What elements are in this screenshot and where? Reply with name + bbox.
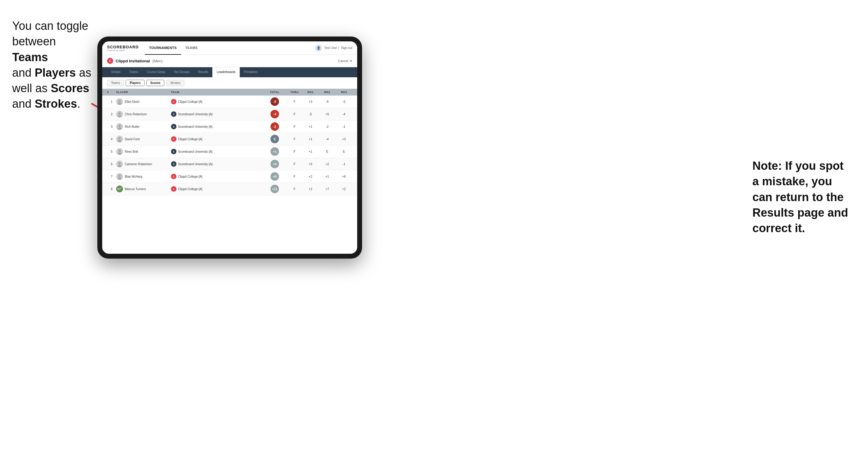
row-team: S Scoreboard University [A] xyxy=(171,149,262,154)
row-rd1: +3 xyxy=(302,100,319,103)
row-rank: 6 xyxy=(107,162,116,166)
tab-details[interactable]: Details xyxy=(107,67,125,77)
col-total: TOTAL xyxy=(262,91,287,94)
svg-text:MT: MT xyxy=(118,187,122,191)
row-total: -4 xyxy=(262,110,287,118)
row-rank: 5 xyxy=(107,150,116,153)
row-team: S Scoreboard University [A] xyxy=(171,124,262,129)
row-rd3: +3 xyxy=(336,137,352,141)
cancel-label: Cancel xyxy=(338,59,348,63)
scoreboard-logo: SCOREBOARD Powered by clippd xyxy=(107,45,139,52)
row-total: +9 xyxy=(262,172,287,181)
tab-teams[interactable]: Teams xyxy=(125,67,143,77)
row-thru: F xyxy=(287,187,302,191)
row-rd2: -6 xyxy=(319,100,336,103)
tab-results[interactable]: Results xyxy=(194,67,212,77)
row-rank: 2 xyxy=(107,113,116,116)
svg-point-2 xyxy=(118,100,121,102)
toggle-teams-button[interactable]: Teams xyxy=(107,80,124,86)
sign-out-link[interactable]: Sign out xyxy=(341,46,352,50)
svg-point-8 xyxy=(118,125,121,127)
svg-point-6 xyxy=(118,115,122,118)
col-rd2: RD2 xyxy=(319,91,336,94)
toggle-strokes-button[interactable]: Strokes xyxy=(166,80,184,86)
col-player: PLAYER xyxy=(116,91,171,94)
toggle-scores-button[interactable]: Scores xyxy=(146,80,164,86)
row-rd1: +5 xyxy=(302,162,319,166)
row-rd3: E xyxy=(336,150,352,153)
row-rd1: +2 xyxy=(302,175,319,178)
table-row: 2 Chris Robertson S Scoreboard Universit… xyxy=(102,108,357,121)
table-row: 4 David Ford C Clippd College [A] E F +1… xyxy=(102,133,357,146)
nav-tournaments[interactable]: TOURNAMENTS xyxy=(145,41,181,55)
tab-course-setup[interactable]: Course Setup xyxy=(143,67,169,77)
cancel-button[interactable]: Cancel ✕ xyxy=(338,59,352,63)
row-rd2: -2 xyxy=(319,125,336,128)
svg-point-11 xyxy=(118,137,121,139)
table-row: 3 Rich Butler S Scoreboard University [A… xyxy=(102,121,357,133)
table-row: 6 Cameron Robertson S Scoreboard Univers… xyxy=(102,158,357,170)
row-total: +1 xyxy=(262,147,287,156)
row-rd2: +7 xyxy=(319,187,336,191)
user-icon: 👤 xyxy=(315,45,322,52)
nav-links: TOURNAMENTS TEAMS xyxy=(145,41,315,55)
logo-subtitle: Powered by clippd xyxy=(107,49,139,52)
svg-point-18 xyxy=(118,165,122,167)
row-rd2: -4 xyxy=(319,137,336,141)
toggle-players-button[interactable]: Players xyxy=(126,80,145,86)
row-total: -2 xyxy=(262,122,287,131)
row-rank: 8 xyxy=(107,187,116,191)
nav-right: 👤 Test User | Sign out xyxy=(315,45,352,52)
row-thru: F xyxy=(287,137,302,141)
row-rd1: +1 xyxy=(302,125,319,128)
table-row: 7 Blair McHarg C Clippd College [A] +9 F… xyxy=(102,170,357,183)
col-rank: # xyxy=(107,91,116,94)
row-team: C Clippd College [A] xyxy=(171,174,262,179)
svg-point-12 xyxy=(118,140,122,143)
tab-tee-groups[interactable]: Tee Groups xyxy=(169,67,194,77)
svg-point-17 xyxy=(118,162,121,164)
tournament-title: C Clippd Invitational (Men) xyxy=(107,58,163,64)
svg-point-21 xyxy=(118,177,122,180)
right-annotation: Note: If you spot a mistake, you can ret… xyxy=(752,158,856,236)
toggle-bar: Teams Players Scores Strokes xyxy=(102,77,357,89)
row-player: Rees Britt xyxy=(116,148,171,155)
table-header: # PLAYER TEAM TOTAL THRU RD1 RD2 RD3 xyxy=(102,89,357,96)
row-rd2: +2 xyxy=(319,162,336,166)
row-thru: F xyxy=(287,100,302,103)
row-rd1: +1 xyxy=(302,150,319,153)
svg-point-3 xyxy=(118,102,122,105)
row-rank: 4 xyxy=(107,137,116,141)
row-player: Cameron Robertson xyxy=(116,161,171,167)
table-row: 5 Rees Britt S Scoreboard University [A]… xyxy=(102,146,357,158)
tab-leaderboards[interactable]: Leaderboards xyxy=(212,67,240,77)
row-total: E xyxy=(262,135,287,143)
row-total: +11 xyxy=(262,185,287,193)
logo-title: SCOREBOARD xyxy=(107,45,139,49)
teams-bold: Teams xyxy=(12,51,48,64)
tab-bar: Details Teams Course Setup Tee Groups Re… xyxy=(102,67,357,77)
leaderboard-table: # PLAYER TEAM TOTAL THRU RD1 RD2 RD3 1 E… xyxy=(102,89,357,254)
row-rd2: +5 xyxy=(319,113,336,116)
row-team: C Clippd College [A] xyxy=(171,136,262,142)
row-rd3: +2 xyxy=(336,187,352,191)
row-player: Elliot Ebert xyxy=(116,98,171,105)
nav-teams[interactable]: TEAMS xyxy=(181,41,202,55)
row-rd3: -5 xyxy=(336,100,352,103)
svg-point-20 xyxy=(118,175,121,177)
row-team: S Scoreboard University [A] xyxy=(171,111,262,117)
col-team: TEAM xyxy=(171,91,262,94)
row-team: C Clippd College [A] xyxy=(171,99,262,104)
row-rd3: -4 xyxy=(336,113,352,116)
row-player: Chris Robertson xyxy=(116,111,171,118)
left-annotation: You can toggle between Teams and Players… xyxy=(12,18,91,112)
cancel-icon: ✕ xyxy=(349,59,352,63)
col-thru: THRU xyxy=(287,91,302,94)
tab-printables[interactable]: Printables xyxy=(240,67,262,77)
svg-point-14 xyxy=(118,150,121,152)
top-nav: SCOREBOARD Powered by clippd TOURNAMENTS… xyxy=(102,41,357,55)
scores-bold: Scores xyxy=(51,82,89,95)
row-player: MT Marcus Turners xyxy=(116,186,171,192)
row-thru: F xyxy=(287,113,302,116)
svg-point-5 xyxy=(118,112,121,115)
